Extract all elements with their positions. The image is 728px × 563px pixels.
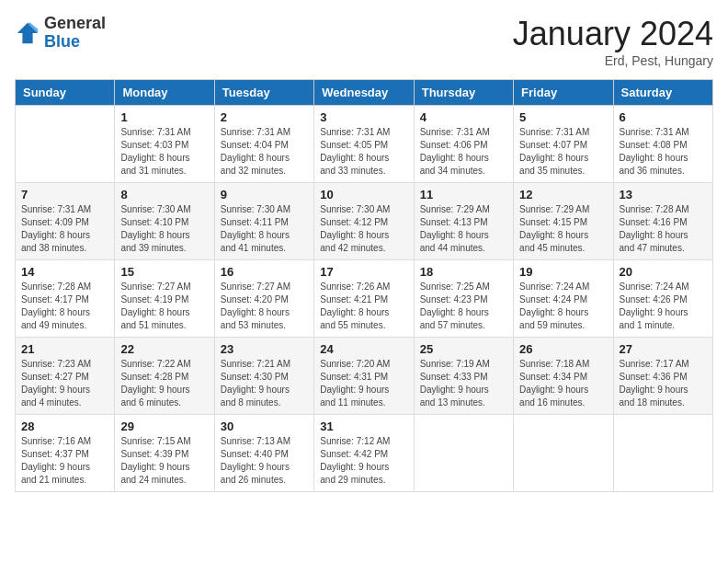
day-number: 4: [420, 110, 507, 124]
day-info: Sunrise: 7:28 AM Sunset: 4:16 PM Dayligh…: [620, 203, 707, 255]
calendar-cell: 2Sunrise: 7:31 AM Sunset: 4:04 PM Daylig…: [214, 106, 313, 183]
day-info: Sunrise: 7:21 AM Sunset: 4:30 PM Dayligh…: [221, 358, 308, 409]
calendar-cell: 7Sunrise: 7:31 AM Sunset: 4:09 PM Daylig…: [16, 183, 115, 260]
day-number: 22: [120, 342, 208, 356]
day-number: 7: [21, 188, 108, 201]
calendar-week-3: 14Sunrise: 7:28 AM Sunset: 4:17 PM Dayli…: [16, 260, 713, 338]
day-info: Sunrise: 7:30 AM Sunset: 4:12 PM Dayligh…: [320, 203, 407, 255]
calendar-cell: 1Sunrise: 7:31 AM Sunset: 4:03 PM Daylig…: [115, 106, 214, 183]
day-info: Sunrise: 7:24 AM Sunset: 4:26 PM Dayligh…: [620, 281, 707, 332]
day-info: Sunrise: 7:19 AM Sunset: 4:33 PM Dayligh…: [420, 358, 507, 409]
calendar-cell: [613, 415, 712, 492]
logo: General Blue: [15, 15, 106, 52]
weekday-header-row: SundayMondayTuesdayWednesdayThursdayFrid…: [16, 80, 713, 106]
weekday-wednesday: Wednesday: [314, 80, 414, 106]
day-info: Sunrise: 7:31 AM Sunset: 4:06 PM Dayligh…: [420, 126, 507, 178]
day-number: 9: [221, 188, 308, 201]
day-info: Sunrise: 7:31 AM Sunset: 4:07 PM Dayligh…: [519, 126, 607, 178]
weekday-saturday: Saturday: [613, 80, 712, 106]
calendar-week-1: 1Sunrise: 7:31 AM Sunset: 4:03 PM Daylig…: [16, 106, 713, 183]
day-info: Sunrise: 7:31 AM Sunset: 4:08 PM Dayligh…: [620, 126, 707, 178]
day-number: 12: [519, 188, 607, 201]
calendar-cell: [514, 415, 613, 492]
day-number: 1: [120, 110, 208, 124]
calendar-cell: 6Sunrise: 7:31 AM Sunset: 4:08 PM Daylig…: [613, 106, 712, 183]
day-number: 8: [120, 188, 208, 201]
calendar-cell: 31Sunrise: 7:12 AM Sunset: 4:42 PM Dayli…: [314, 415, 414, 492]
weekday-friday: Friday: [514, 80, 613, 106]
day-info: Sunrise: 7:30 AM Sunset: 4:11 PM Dayligh…: [221, 203, 308, 255]
day-number: 10: [320, 188, 407, 201]
day-number: 18: [420, 265, 507, 279]
calendar-cell: 3Sunrise: 7:31 AM Sunset: 4:05 PM Daylig…: [314, 106, 414, 183]
calendar-cell: [16, 106, 115, 183]
day-info: Sunrise: 7:31 AM Sunset: 4:03 PM Dayligh…: [120, 126, 208, 178]
day-number: 17: [320, 265, 407, 279]
day-number: 6: [620, 110, 707, 124]
day-number: 29: [120, 419, 208, 433]
day-info: Sunrise: 7:26 AM Sunset: 4:21 PM Dayligh…: [320, 281, 407, 332]
calendar-cell: 10Sunrise: 7:30 AM Sunset: 4:12 PM Dayli…: [314, 183, 414, 260]
title-block: January 2024 Erd, Pest, Hungary: [513, 15, 713, 68]
calendar-cell: 17Sunrise: 7:26 AM Sunset: 4:21 PM Dayli…: [314, 260, 414, 338]
location-text: Erd, Pest, Hungary: [513, 53, 713, 68]
calendar-cell: 29Sunrise: 7:15 AM Sunset: 4:39 PM Dayli…: [115, 415, 214, 492]
day-info: Sunrise: 7:31 AM Sunset: 4:04 PM Dayligh…: [221, 126, 308, 178]
calendar-cell: 15Sunrise: 7:27 AM Sunset: 4:19 PM Dayli…: [115, 260, 214, 338]
calendar-cell: 8Sunrise: 7:30 AM Sunset: 4:10 PM Daylig…: [115, 183, 214, 260]
calendar-body: 1Sunrise: 7:31 AM Sunset: 4:03 PM Daylig…: [16, 106, 713, 492]
calendar-cell: 25Sunrise: 7:19 AM Sunset: 4:33 PM Dayli…: [414, 338, 513, 415]
logo-text: General Blue: [44, 15, 106, 52]
calendar-cell: [414, 415, 513, 492]
weekday-sunday: Sunday: [16, 80, 115, 106]
day-info: Sunrise: 7:27 AM Sunset: 4:19 PM Dayligh…: [120, 281, 208, 332]
logo-general-text: General: [44, 15, 106, 33]
calendar-week-5: 28Sunrise: 7:16 AM Sunset: 4:37 PM Dayli…: [16, 415, 713, 492]
calendar-cell: 5Sunrise: 7:31 AM Sunset: 4:07 PM Daylig…: [514, 106, 613, 183]
day-number: 13: [620, 188, 707, 201]
day-info: Sunrise: 7:24 AM Sunset: 4:24 PM Dayligh…: [519, 281, 607, 332]
day-number: 15: [120, 265, 208, 279]
weekday-tuesday: Tuesday: [214, 80, 313, 106]
calendar-cell: 14Sunrise: 7:28 AM Sunset: 4:17 PM Dayli…: [16, 260, 115, 338]
logo-icon: [15, 20, 40, 46]
day-number: 20: [620, 265, 707, 279]
weekday-monday: Monday: [115, 80, 214, 106]
day-info: Sunrise: 7:12 AM Sunset: 4:42 PM Dayligh…: [320, 435, 407, 487]
svg-marker-0: [17, 23, 38, 43]
calendar-week-4: 21Sunrise: 7:23 AM Sunset: 4:27 PM Dayli…: [16, 338, 713, 415]
day-info: Sunrise: 7:15 AM Sunset: 4:39 PM Dayligh…: [120, 435, 208, 487]
weekday-thursday: Thursday: [414, 80, 513, 106]
day-number: 27: [620, 342, 707, 356]
day-number: 16: [221, 265, 308, 279]
day-info: Sunrise: 7:16 AM Sunset: 4:37 PM Dayligh…: [21, 435, 108, 487]
day-info: Sunrise: 7:17 AM Sunset: 4:36 PM Dayligh…: [620, 358, 707, 409]
day-number: 21: [21, 342, 108, 356]
day-info: Sunrise: 7:28 AM Sunset: 4:17 PM Dayligh…: [21, 281, 108, 332]
day-number: 23: [221, 342, 308, 356]
day-info: Sunrise: 7:29 AM Sunset: 4:13 PM Dayligh…: [420, 203, 507, 255]
calendar-cell: 13Sunrise: 7:28 AM Sunset: 4:16 PM Dayli…: [613, 183, 712, 260]
calendar-cell: 16Sunrise: 7:27 AM Sunset: 4:20 PM Dayli…: [214, 260, 313, 338]
day-info: Sunrise: 7:29 AM Sunset: 4:15 PM Dayligh…: [519, 203, 607, 255]
day-number: 19: [519, 265, 607, 279]
day-number: 28: [21, 419, 108, 433]
calendar-cell: 23Sunrise: 7:21 AM Sunset: 4:30 PM Dayli…: [214, 338, 313, 415]
day-number: 3: [320, 110, 407, 124]
day-info: Sunrise: 7:23 AM Sunset: 4:27 PM Dayligh…: [21, 358, 108, 409]
day-number: 5: [519, 110, 607, 124]
calendar-table: SundayMondayTuesdayWednesdayThursdayFrid…: [15, 79, 713, 492]
day-number: 26: [519, 342, 607, 356]
day-info: Sunrise: 7:27 AM Sunset: 4:20 PM Dayligh…: [221, 281, 308, 332]
day-info: Sunrise: 7:30 AM Sunset: 4:10 PM Dayligh…: [120, 203, 208, 255]
day-number: 31: [320, 419, 407, 433]
day-number: 25: [420, 342, 507, 356]
calendar-cell: 22Sunrise: 7:22 AM Sunset: 4:28 PM Dayli…: [115, 338, 214, 415]
calendar-cell: 28Sunrise: 7:16 AM Sunset: 4:37 PM Dayli…: [16, 415, 115, 492]
calendar-cell: 11Sunrise: 7:29 AM Sunset: 4:13 PM Dayli…: [414, 183, 513, 260]
day-number: 2: [221, 110, 308, 124]
calendar-cell: 19Sunrise: 7:24 AM Sunset: 4:24 PM Dayli…: [514, 260, 613, 338]
day-info: Sunrise: 7:13 AM Sunset: 4:40 PM Dayligh…: [221, 435, 308, 487]
calendar-cell: 20Sunrise: 7:24 AM Sunset: 4:26 PM Dayli…: [613, 260, 712, 338]
day-number: 11: [420, 188, 507, 201]
